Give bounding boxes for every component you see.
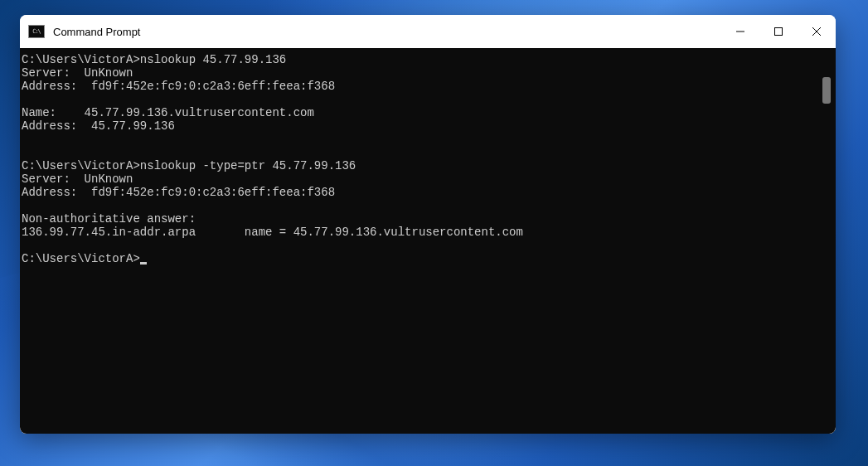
terminal-line: C:\Users\VictorA>nslookup -type=ptr 45.7… [22,159,356,172]
terminal-line: Address: fd9f:452e:fc9:0:c2a3:6eff:feea:… [22,80,335,93]
terminal-line: Server: UnKnown [22,66,133,80]
scrollbar-thumb[interactable] [822,77,831,104]
terminal-line: C:\Users\VictorA>nslookup 45.77.99.136 [22,53,286,66]
terminal-line: Non-authoritative answer: [22,212,196,226]
titlebar[interactable]: C:\ Command Prompt [20,15,836,48]
cursor [140,262,147,265]
window-title: Command Prompt [53,26,721,38]
terminal-output[interactable]: C:\Users\VictorA>nslookup 45.77.99.136 S… [22,53,834,265]
cmd-icon: C:\ [28,25,45,38]
command-prompt-window: C:\ Command Prompt C:\Users\VictorA>nslo… [20,15,836,434]
terminal-line: Address: 45.77.99.136 [22,119,175,133]
terminal-line: Server: UnKnown [22,172,133,186]
terminal-line: Address: fd9f:452e:fc9:0:c2a3:6eff:feea:… [22,186,335,199]
maximize-button[interactable] [759,15,798,48]
svg-rect-1 [775,28,783,36]
minimize-button[interactable] [721,15,759,48]
terminal-line: Name: 45.77.99.136.vultrusercontent.com [22,106,314,119]
window-controls [721,15,836,48]
terminal-line: C:\Users\VictorA> [22,252,140,265]
close-button[interactable] [798,15,836,48]
terminal-line: 136.99.77.45.in-addr.arpa name = 45.77.9… [22,226,523,239]
terminal-area[interactable]: C:\Users\VictorA>nslookup 45.77.99.136 S… [20,48,836,434]
